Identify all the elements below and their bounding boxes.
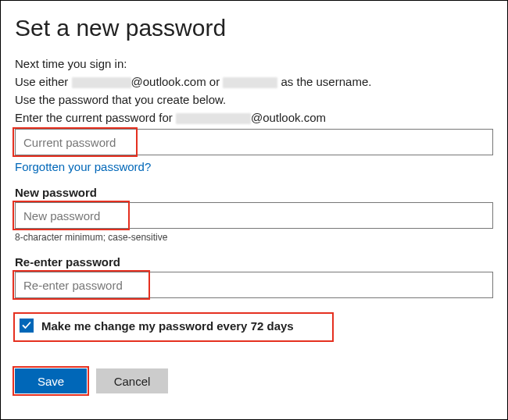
page-title: Set a new password (15, 15, 493, 41)
instructions-block: Next time you sign in: Use either @outlo… (15, 57, 493, 124)
cancel-button[interactable]: Cancel (96, 368, 168, 393)
text: as the username. (277, 75, 371, 88)
redacted-username-2 (223, 77, 277, 88)
instructions-line-2: Use either @outlook.com or as the userna… (15, 75, 493, 88)
password-helper-text: 8-character minimum; case-sensitive (15, 232, 493, 243)
new-password-input[interactable] (15, 202, 493, 229)
check-icon (22, 321, 31, 330)
text: Enter the current password for (15, 111, 176, 124)
redacted-email (176, 113, 251, 124)
instructions-line-1: Next time you sign in: (15, 57, 493, 70)
instructions-line-3: Use the password that you create below. (15, 93, 493, 106)
current-password-input[interactable] (15, 129, 493, 155)
force-change-label[interactable]: Make me change my password every 72 days (41, 319, 294, 333)
text: @outlook.com or (131, 75, 224, 88)
save-button[interactable]: Save (15, 368, 87, 393)
text: Use either (15, 75, 72, 88)
new-password-label: New password (15, 186, 493, 199)
forgot-password-link[interactable]: Forgotten your password? (15, 160, 151, 173)
reenter-password-label: Re-enter password (15, 255, 493, 269)
force-change-checkbox[interactable] (20, 319, 34, 333)
reenter-password-input[interactable] (15, 272, 493, 298)
button-row: Save Cancel (15, 368, 493, 393)
text: @outlook.com (251, 111, 326, 124)
force-change-row: Make me change my password every 72 days (15, 314, 493, 337)
instructions-line-4: Enter the current password for @outlook.… (15, 111, 493, 124)
redacted-username-1 (72, 77, 131, 88)
